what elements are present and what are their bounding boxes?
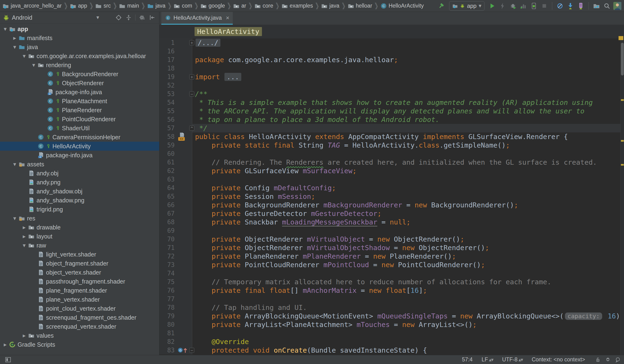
tree-item-plane-vertex-shader[interactable]: plane_vertex.shader [0, 295, 159, 304]
code-line-75[interactable]: 75 // Temporary matrix allocated here to… [159, 278, 624, 286]
chevron-expanded-icon[interactable]: ▼ [12, 45, 18, 49]
code-line-55[interactable]: 55 * the ARCore API. The application wil… [159, 107, 624, 115]
run-configuration-selector[interactable]: app▼ [449, 1, 485, 11]
code-line-61[interactable]: 61 // Rendering. The Renderers are creat… [159, 158, 624, 167]
breadcrumb-item-helloaractivity[interactable]: CHelloArActivity [380, 3, 424, 9]
tree-item-light-vertex-shader[interactable]: light_vertex.shader [0, 250, 159, 259]
chevron-collapsed-icon[interactable]: ▶ [21, 234, 27, 239]
tree-item-assets[interactable]: ▼assets [0, 160, 159, 169]
code-line-66[interactable]: 66 private BackgroundRenderer mBackgroun… [159, 201, 624, 209]
code-line-52[interactable]: 52 [159, 81, 624, 90]
tree-item-planerenderer[interactable]: CPlaneRenderer [0, 105, 159, 115]
code-line-65[interactable]: 65 private Session mSession; [159, 192, 624, 201]
code-line-60[interactable]: 60 [159, 150, 624, 158]
code-line-64[interactable]: 64 private Config mDefaultConfig; [159, 184, 624, 192]
chevron-expanded-icon[interactable]: ▼ [12, 216, 18, 221]
chevron-expanded-icon[interactable]: ▼ [31, 63, 37, 67]
code-line-78[interactable]: 78 // Tap handling and UI. [159, 303, 624, 312]
debug-button[interactable] [508, 1, 518, 10]
tree-item-rendering[interactable]: ▼rendering [0, 60, 159, 70]
tree-item-com-google-ar-core-examples-java-helloar[interactable]: ▼com.google.ar.core.examples.java.helloa… [0, 52, 159, 60]
code-line-53[interactable]: 53−/** [159, 90, 624, 98]
scrollbar-thumb[interactable] [621, 43, 624, 76]
breadcrumb-item-java[interactable]: java [147, 3, 166, 9]
code-line-57[interactable]: 57^ */ [159, 124, 624, 132]
chevron-expanded-icon[interactable]: ▼ [2, 27, 8, 31]
stop-button[interactable] [540, 1, 549, 10]
tree-item-values[interactable]: ▶values [0, 331, 159, 340]
code-line-73[interactable]: 73 private PointCloudRenderer mPointClou… [159, 260, 624, 269]
code-line-72[interactable]: 72 private PlaneRenderer mPlaneRenderer … [159, 252, 624, 260]
breadcrumb-item-main[interactable]: main [118, 3, 139, 9]
tree-item-andy-obj[interactable]: andy.obj [0, 169, 159, 178]
tree-item-screenquad-fragment-oes-shader[interactable]: screenquad_fragment_oes.shader [0, 313, 159, 322]
tree-item-plane-fragment-shader[interactable]: plane_fragment.shader [0, 286, 159, 295]
code-line-77[interactable]: 77 [159, 295, 624, 303]
code-line-69[interactable]: 69 [159, 226, 624, 235]
tree-item-helloaractivity[interactable]: CHelloArActivity [0, 142, 159, 151]
project-structure-button[interactable] [592, 1, 601, 10]
code-line-82[interactable]: 82 @Override [159, 338, 624, 346]
fold-marker-plus-icon[interactable]: + [189, 75, 194, 79]
code-line-74[interactable]: 74 [159, 269, 624, 278]
tree-item-passthrough-fragment-shader[interactable]: passthrough_fragment.shader [0, 277, 159, 286]
tree-item-shaderutil[interactable]: CShaderUtil [0, 124, 159, 133]
profile-avatar-button[interactable] [613, 1, 622, 10]
code-line-81[interactable]: 81 [159, 329, 624, 338]
chevron-collapsed-icon[interactable]: ▶ [21, 225, 27, 230]
chevron-expanded-icon[interactable]: ▼ [12, 162, 18, 167]
toolwindow-switcher-button[interactable] [3, 355, 13, 364]
close-icon[interactable]: × [226, 15, 230, 21]
status-caret-position[interactable]: 57:4 [462, 356, 473, 363]
breadcrumb-item-java[interactable]: java [320, 3, 340, 9]
avd-manager-button[interactable] [576, 1, 586, 10]
attach-debugger-button[interactable] [529, 1, 539, 10]
overrides-method-icon[interactable]: o [178, 346, 188, 355]
tree-item-gradle-scripts[interactable]: ▶Gradle Scripts [0, 340, 159, 349]
chevron-collapsed-icon[interactable]: ▶ [2, 342, 8, 347]
tree-item-drawable[interactable]: ▶drawable [0, 223, 159, 232]
breadcrumb-item-java-arcore-hello-ar[interactable]: java_arcore_hello_ar [2, 3, 62, 9]
tree-item-andy-shadow-obj[interactable]: andy_shadow.obj [0, 187, 159, 196]
fold-marker-end-icon[interactable]: ^ [189, 126, 194, 131]
code-line-1[interactable]: 1+/.../ [159, 38, 624, 47]
tree-item-andy-png[interactable]: andy.png [0, 178, 159, 187]
tree-item-raw[interactable]: ▼raw [0, 241, 159, 250]
collapse-all-button[interactable] [124, 14, 133, 22]
warning-mark[interactable] [621, 164, 624, 166]
breadcrumb-item-google[interactable]: google [200, 3, 225, 9]
code-line-18[interactable]: 18 [159, 64, 624, 73]
breadcrumb-item-src[interactable]: src [95, 3, 111, 9]
settings-button[interactable] [138, 14, 146, 22]
inspection-status-indicator[interactable] [619, 36, 623, 40]
profile-button[interactable] [519, 1, 528, 10]
search-everywhere-button[interactable] [602, 1, 612, 10]
editor-tab-helloaractivity[interactable]: C HelloArActivity.java × [161, 12, 233, 25]
code-editor[interactable]: 1+/.../1617package com.google.ar.core.ex… [159, 38, 624, 355]
chevron-collapsed-icon[interactable]: ▶ [21, 333, 27, 338]
code-line-59[interactable]: 59 private static final String TAG = Hel… [159, 141, 624, 150]
code-line-76[interactable]: 76 private final float[] mAnchorMatrix =… [159, 286, 624, 295]
tree-item-andy-shadow-png[interactable]: andy_shadow.png [0, 196, 159, 205]
fold-marker-plus-icon[interactable]: + [189, 40, 194, 45]
code-line-17[interactable]: 17package com.google.ar.core.examples.ja… [159, 55, 624, 64]
breadcrumb-item-core[interactable]: core [254, 3, 274, 9]
breadcrumb-item-examples[interactable]: examples [281, 3, 313, 9]
tree-item-screenquad-vertex-shader[interactable]: screenquad_vertex.shader [0, 322, 159, 331]
tree-item-planeattachment[interactable]: CPlaneAttachment [0, 97, 159, 105]
gradle-sync-button[interactable] [555, 1, 565, 10]
tree-item-pointcloudrenderer[interactable]: CPointCloudRenderer [0, 115, 159, 124]
error-stripe-scrollbar[interactable] [621, 38, 624, 355]
warning-mark[interactable] [621, 99, 624, 101]
code-line-68[interactable]: 68 private Snackbar mLoadingMessageSnack… [159, 218, 624, 226]
code-line-71[interactable]: 71 private ObjectRenderer mVirtualObject… [159, 243, 624, 252]
code-line-63[interactable]: 63 [159, 175, 624, 184]
fold-marker-minus-icon[interactable]: − [189, 92, 194, 97]
tree-item-trigrid-png[interactable]: trigrid.png [0, 205, 159, 214]
tree-item-res[interactable]: ▼res [0, 214, 159, 223]
tree-item-layout[interactable]: ▶layout [0, 232, 159, 241]
run-button[interactable] [487, 1, 497, 10]
code-line-80[interactable]: 80 private ArrayList<PlaneAttachment> mT… [159, 320, 624, 329]
lock-button[interactable] [595, 357, 601, 363]
tree-item-package-info-java[interactable]: Jpackage-info.java [0, 151, 159, 160]
